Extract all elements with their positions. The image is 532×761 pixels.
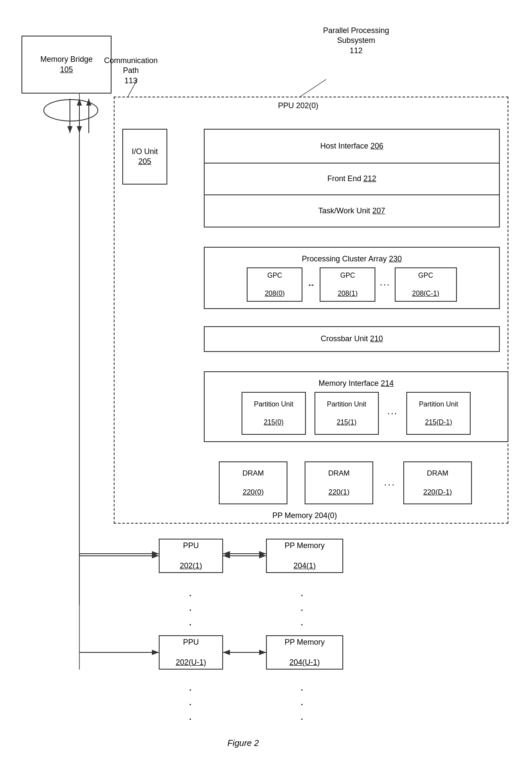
bus-ellipse	[43, 99, 99, 122]
crossbar-label: Crossbar Unit 210	[320, 334, 383, 344]
dots-col2-lower: ···	[300, 682, 303, 726]
dram-d1-box: DRAM 220(D-1)	[403, 461, 472, 504]
ppu-0-label: PPU 202(0)	[245, 101, 352, 111]
task-work-label: Task/Work Unit 207	[318, 206, 385, 216]
diagram-container: Memory Bridge 105 Communication Path 113…	[0, 0, 532, 761]
dram-1-box: DRAM 220(1)	[305, 461, 373, 504]
pp-memory-u1-box: PP Memory 204(U-1)	[266, 635, 343, 670]
pp-memory-1-box: PP Memory 204(1)	[266, 539, 343, 573]
host-interface-label: Host Interface 206	[320, 141, 383, 151]
memory-bridge-label: Memory Bridge 105	[40, 55, 93, 75]
ppu-1-box: PPU 202(1)	[159, 539, 223, 573]
gpc-dots: ···	[380, 279, 390, 291]
memory-interface-box: Memory Interface 214 Partition Unit 215(…	[204, 371, 508, 442]
figure-caption: Figure 2	[227, 738, 259, 748]
io-unit-box: I/O Unit 205	[122, 129, 167, 185]
pp-memory-0-label: PP Memory 204(0)	[249, 511, 360, 521]
dots-col1-upper: ···	[189, 588, 192, 631]
processing-cluster-label: Processing Cluster Array 230	[302, 254, 402, 264]
memory-bridge-box: Memory Bridge 105	[21, 36, 112, 94]
dots-col2-upper: ···	[300, 588, 303, 631]
partition-1-box: Partition Unit 215(1)	[314, 392, 379, 435]
ppu-u1-box: PPU 202(U-1)	[159, 635, 223, 670]
io-unit-label: I/O Unit 205	[132, 147, 158, 167]
task-work-row: Task/Work Unit 207	[205, 195, 499, 227]
svg-point-27	[44, 100, 98, 121]
processing-cluster-box: Processing Cluster Array 230 GPC 208(0) …	[204, 247, 500, 309]
dots-col1-lower: ···	[189, 682, 192, 726]
comm-path-label: Communication Path 113	[101, 56, 161, 86]
front-end-label: Front End 212	[327, 174, 376, 184]
dram-0-box: DRAM 220(0)	[219, 461, 287, 504]
gpc-1-box: GPC 208(1)	[320, 267, 375, 302]
parallel-processing-label: Parallel Processing Subsystem 112	[309, 26, 403, 56]
crossbar-box: Crossbar Unit 210	[204, 326, 500, 352]
host-interface-row: Host Interface 206	[205, 130, 499, 164]
dram-dots: ···	[384, 479, 396, 491]
gpc-c1-box: GPC 208(C-1)	[395, 267, 457, 302]
partition-0-box: Partition Unit 215(0)	[242, 392, 306, 435]
host-frontend-box: Host Interface 206 Front End 212 Task/Wo…	[204, 129, 500, 227]
gpc-0-box: GPC 208(0)	[247, 267, 302, 302]
gpc-arrow-0-1: ↔	[307, 279, 315, 290]
partition-dots: ···	[387, 407, 398, 420]
memory-interface-label: Memory Interface 214	[318, 379, 393, 388]
partition-d1-box: Partition Unit 215(D-1)	[406, 392, 471, 435]
svg-line-26	[300, 79, 326, 97]
front-end-row: Front End 212	[205, 164, 499, 196]
